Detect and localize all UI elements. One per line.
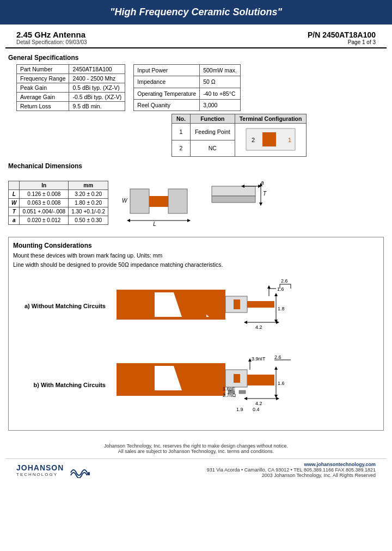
spec-value: -40 to +85°C xyxy=(200,88,241,99)
svg-text:4.2: 4.2 xyxy=(255,325,262,330)
svg-rect-27 xyxy=(234,299,240,309)
svg-text:1.6: 1.6 xyxy=(278,381,285,386)
spec-value: 500mW max. xyxy=(200,65,241,76)
function-area: No. Function Terminal Configuration 1Fee… xyxy=(171,114,376,157)
diagram-a-row: a) Without Matching Circuits 1.6 xyxy=(13,273,379,339)
spec-value: 2400 - 2500 Mhz xyxy=(69,74,125,83)
spec-label: Input Power xyxy=(134,65,200,76)
mounting-note2: Line width should be designed to provide… xyxy=(13,261,379,268)
right-spec-row: Operating Temperature-40 to +85°C xyxy=(134,88,241,99)
mech-row: T0.051 +.004/-.0081.30 +0.1/-0.2 xyxy=(9,207,108,216)
svg-text:T: T xyxy=(263,191,267,197)
mechanical-section: Mechanical Dimensions In mm L0.126 ± 0.0… xyxy=(8,162,384,232)
svg-marker-21 xyxy=(259,203,262,206)
mm-val: 0.50 ± 0.30 xyxy=(69,216,108,224)
header-bar: "High Frequency Ceramic Solutions" xyxy=(0,0,392,25)
svg-marker-68 xyxy=(244,397,247,400)
mounting-title: Mounting Considerations xyxy=(13,242,379,249)
terminal-config-cell: 2 1 xyxy=(235,124,307,157)
function-header-function: Function xyxy=(190,114,235,124)
svg-rect-53 xyxy=(247,375,274,381)
mm-val: 3.20 ± 0.20 xyxy=(69,189,108,198)
svg-point-73 xyxy=(87,472,90,475)
svg-text:0.4: 0.4 xyxy=(253,407,260,412)
left-spec-row: Part Number2450AT18A100 xyxy=(17,65,125,74)
svg-marker-69 xyxy=(276,397,279,400)
spec-date: Detail Specification: 09/03/03 xyxy=(16,39,87,45)
dim-label: L xyxy=(9,189,20,198)
in-val: 0.126 ± 0.008 xyxy=(20,189,69,198)
spec-value: -0.5 dBi typ. (XZ-V) xyxy=(69,93,125,102)
svg-text:3.9nIT: 3.9nIT xyxy=(252,356,266,362)
title-section: 2.45 GHz Antenna Detail Specification: 0… xyxy=(5,25,387,48)
svg-text:2.7nΩ: 2.7nΩ xyxy=(223,393,236,398)
svg-text:2.6: 2.6 xyxy=(274,354,281,360)
svg-text:W: W xyxy=(122,198,128,204)
diagram-b-svg: 2.6 3.9nIT 1.6pF 2.7nΩ 1.6 4.2 1.9 0.4 xyxy=(111,347,307,423)
svg-rect-1 xyxy=(262,132,276,146)
diagram-a-svg: 1.6 2.6 1.8 4.2 xyxy=(111,273,307,339)
header-title: "High Frequency Ceramic Solutions" xyxy=(110,7,282,17)
svg-rect-6 xyxy=(149,196,168,207)
title-right: P/N 2450AT18A100 Page 1 of 3 xyxy=(308,30,376,45)
address: 931 Via Acorda • Camarillo, CA 93012 • T… xyxy=(207,467,376,473)
svg-text:2.6: 2.6 xyxy=(281,278,288,284)
spec-value: 50 Ω xyxy=(200,76,241,88)
svg-rect-28 xyxy=(247,301,274,308)
spec-value: 3,000 xyxy=(200,99,241,111)
svg-rect-52 xyxy=(239,390,246,394)
mech-row: L0.126 ± 0.0083.20 ± 0.20 xyxy=(9,189,108,198)
function-header-no: No. xyxy=(172,114,191,124)
spec-value: 2450AT18A100 xyxy=(69,65,125,74)
left-spec-row: Frequency Range2400 - 2500 Mhz xyxy=(17,74,125,83)
spec-label: Return Loss xyxy=(17,102,69,111)
mounting-section: Mounting Considerations Mount these devi… xyxy=(8,237,384,431)
part-number-header: P/N 2450AT18A100 xyxy=(308,30,376,39)
general-specs-title: General Specifications xyxy=(8,54,384,62)
mechanical-diagram: W L a xyxy=(119,173,293,232)
in-val: 0.051 +.004/-.008 xyxy=(20,207,69,216)
mechanical-content: In mm L0.126 ± 0.0083.20 ± 0.20W0.063 ± … xyxy=(8,173,384,232)
svg-text:1: 1 xyxy=(288,137,291,143)
svg-text:1.6pF: 1.6pF xyxy=(223,386,236,391)
svg-rect-54 xyxy=(247,381,274,385)
copyright: 2003 Johanson Technology, Inc. All Right… xyxy=(207,473,376,478)
spec-label: Reel Quanity xyxy=(134,99,200,111)
spec-label: Operating Temperature xyxy=(134,88,200,99)
website: www.johansontechnology.com xyxy=(207,462,376,467)
dim-label: T xyxy=(9,207,20,216)
footer-logo-area: JOHANSON TECHNOLOGY www.johansontechnolo… xyxy=(5,458,387,481)
logo-area: JOHANSON TECHNOLOGY xyxy=(16,462,90,478)
svg-text:4.2: 4.2 xyxy=(255,401,262,406)
diagram-b-row: b) With Matching Circuits 2.6 xyxy=(13,347,379,423)
dim-header xyxy=(9,181,20,189)
mech-row: W0.063 ± 0.0081.80 ± 0.20 xyxy=(9,198,108,207)
in-val: 0.063 ± 0.008 xyxy=(20,198,69,207)
svg-marker-38 xyxy=(274,293,278,296)
right-specs-table: Input Power500mW max.Impedance50 ΩOperat… xyxy=(133,64,241,111)
spec-label: Frequency Range xyxy=(17,74,69,83)
diagram-b-label: b) With Matching Circuits xyxy=(13,382,111,388)
spec-value: 0.5 dBi typ. (XZ-V) xyxy=(69,83,125,93)
footer-text: Johanson Technology, Inc. reserves the r… xyxy=(0,439,392,458)
svg-text:2: 2 xyxy=(252,137,255,143)
footer-line1: Johanson Technology, Inc. reserves the r… xyxy=(8,443,384,449)
spec-label: Peak Gain xyxy=(17,83,69,93)
dim-label: W xyxy=(9,198,20,207)
spec-label: Part Number xyxy=(17,65,69,74)
right-spec-row: Impedance50 Ω xyxy=(134,76,241,88)
right-spec-row: Input Power500mW max. xyxy=(134,65,241,76)
right-spec-row: Reel Quanity3,000 xyxy=(134,99,241,111)
svg-marker-43 xyxy=(276,321,279,324)
specs-area: Part Number2450AT18A100Frequency Range24… xyxy=(16,64,376,111)
svg-rect-50 xyxy=(234,374,240,383)
spec-value: 9.5 dB min. xyxy=(69,102,125,111)
left-spec-row: Average Gain-0.5 dBi typ. (XZ-V) xyxy=(17,93,125,102)
mm-header: mm xyxy=(69,181,108,189)
left-specs-table: Part Number2450AT18A100Frequency Range24… xyxy=(16,64,125,111)
mech-row: a0.020 ± 0.0120.50 ± 0.30 xyxy=(9,216,108,224)
spec-label: Impedance xyxy=(134,76,200,88)
dim-label: a xyxy=(9,216,20,224)
function-row: 1Feeding Point 2 1 xyxy=(172,124,307,140)
spec-label: Average Gain xyxy=(17,93,69,102)
